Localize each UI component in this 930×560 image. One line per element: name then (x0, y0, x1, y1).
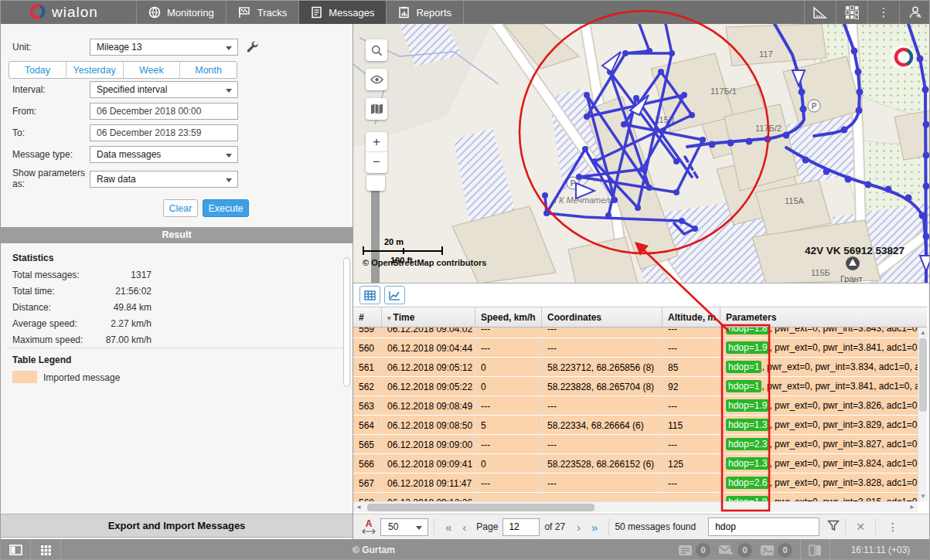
zoom-out-button[interactable]: − (366, 152, 387, 172)
tab-messages[interactable]: Messages (299, 1, 387, 24)
scale-meters-label: 20 m (363, 237, 443, 246)
scroll-up-icon[interactable]: ▲ (918, 328, 928, 338)
last-page-button[interactable]: » (586, 521, 603, 534)
chart-view-button[interactable] (384, 286, 405, 304)
bottom-apps-button[interactable] (31, 539, 60, 560)
map-visibility-button[interactable] (366, 69, 387, 90)
user-menu-button[interactable] (899, 1, 930, 24)
table-horizontal-scrollbar[interactable]: ◄ ► (353, 501, 918, 512)
table-row[interactable]: 562 06.12.2018 09:05:22 0 58.223828, 68.… (353, 377, 918, 396)
table-view-button[interactable] (359, 286, 380, 304)
more-menu-button[interactable]: ⋮ (867, 1, 899, 24)
range-week-button[interactable]: Week (124, 62, 181, 78)
tab-reports-label: Reports (416, 7, 451, 19)
page-number-input[interactable] (502, 518, 540, 536)
cell-speed: --- (475, 396, 542, 416)
show-params-select[interactable]: Raw data (90, 171, 238, 188)
funnel-icon (827, 520, 840, 531)
table-vertical-scrollbar[interactable]: ▲ ▼ (918, 328, 927, 501)
fit-columns-icon[interactable]: A (360, 520, 377, 535)
zoom-slider-track[interactable] (371, 183, 380, 283)
wialon-logo[interactable]: wialon (1, 1, 137, 24)
map-search-button[interactable] (366, 39, 387, 61)
tab-monitoring[interactable]: Monitoring (137, 1, 227, 24)
ruler-triangle-icon (812, 6, 828, 19)
hdop-value-badge: hdop=1.3 (726, 457, 769, 470)
table-pagination-bar: A 50 « ‹ Page of 27 › » 50 messages foun… (353, 514, 930, 539)
cell-coordinates: 58.223828, 68.265704 (8) (542, 377, 663, 396)
table-row[interactable]: 564 06.12.2018 09:08:50 5 58.22334, 68.2… (353, 416, 918, 435)
divider (830, 539, 830, 560)
message-type-select[interactable]: Data messages (90, 146, 238, 163)
from-input[interactable] (90, 103, 238, 120)
messages-found-label: 50 messages found (615, 521, 696, 532)
measure-tools-button[interactable] (804, 1, 836, 24)
clear-button[interactable]: Clear (163, 199, 198, 217)
table-row[interactable]: 559 06.12.2018 09:04:02 --- --- --- hdop… (353, 328, 918, 338)
scroll-left-icon[interactable]: ◄ (353, 502, 364, 513)
interval-select[interactable]: Specified interval (90, 81, 238, 98)
table-row[interactable]: 567 06.12.2018 09:11:47 --- --- --- hdop… (353, 473, 918, 493)
range-month-button[interactable]: Month (180, 62, 237, 78)
parameter-filter-input[interactable] (708, 518, 819, 536)
table-row[interactable]: 561 06.12.2018 09:05:12 0 58.223712, 68.… (353, 358, 918, 377)
vscroll-thumb[interactable] (919, 338, 927, 412)
cell-altitude: 115 (663, 416, 720, 435)
table-grid-icon (364, 290, 376, 300)
col-header-altitude[interactable]: Altitude, m (663, 307, 720, 327)
filter-button[interactable] (827, 520, 840, 534)
next-page-button[interactable]: › (571, 521, 586, 534)
toggle-panel-button[interactable] (1, 539, 30, 560)
wrench-icon[interactable] (245, 39, 259, 56)
tab-reports[interactable]: Reports (387, 1, 464, 24)
table-row[interactable]: 565 06.12.2018 09:09:00 --- --- --- hdop… (353, 435, 918, 454)
col-header-speed[interactable]: Speed, km/h (475, 307, 542, 327)
hdop-value-badge: hdop=2.3 (726, 438, 769, 450)
map-view[interactable]: 117 117Б/1 117Б/2 115/1 115A 115Б ГК Меч… (353, 24, 930, 283)
clear-filter-button[interactable]: ✕ (851, 521, 870, 533)
media-status[interactable]: 0 (760, 543, 792, 558)
hdop-value-badge: hdop=1.8 (726, 496, 769, 501)
notes-icon (678, 545, 693, 556)
scroll-down-icon[interactable]: ▼ (918, 491, 928, 501)
apps-grid-button[interactable] (836, 1, 867, 24)
zoom-in-button[interactable]: + (366, 132, 387, 152)
col-header-time[interactable]: ▾Time (382, 307, 475, 327)
messages-status[interactable]: 0 (718, 543, 752, 558)
log-button[interactable] (809, 545, 822, 556)
table-row[interactable]: 566 06.12.2018 09:09:41 0 58.223528, 68.… (353, 454, 918, 473)
messages-table-section: # ▾Time Speed, km/h Coordinates Altitude… (353, 283, 930, 514)
hscroll-thumb[interactable] (367, 504, 594, 511)
tab-tracks[interactable]: Tracks (227, 1, 300, 24)
notifications-status[interactable]: 0 (678, 543, 710, 558)
zoom-slider-handle[interactable] (366, 175, 385, 191)
col-header-parameters[interactable]: Parameters (720, 307, 927, 327)
stat-distance: Distance:49.84 km (12, 302, 152, 313)
range-yesterday-button[interactable]: Yesterday (66, 62, 124, 78)
table-row[interactable]: 563 06.12.2018 09:08:49 --- --- --- hdop… (353, 396, 918, 416)
map-attribution: © OpenStreetMap contributors (363, 258, 486, 267)
cell-parameters: hdop=1, pwr_ext=0, pwr_int=3.834, adc1=0… (720, 358, 918, 377)
cell-altitude: 125 (663, 454, 720, 473)
first-page-button[interactable]: « (440, 521, 457, 534)
table-row[interactable]: 560 06.12.2018 09:04:44 --- --- --- hdop… (353, 338, 918, 358)
execute-button[interactable]: Execute (203, 199, 249, 217)
to-input[interactable] (90, 124, 238, 141)
unit-select[interactable]: Mileage 13 (90, 39, 238, 56)
col-header-num[interactable]: # (353, 307, 382, 327)
cell-time: 06.12.2018 09:11:47 (382, 473, 475, 493)
panel-scrollbar[interactable] (343, 257, 350, 387)
cell-time: 06.12.2018 09:12:26 (382, 493, 475, 501)
page-size-select[interactable]: 50 (380, 518, 428, 536)
table-more-button[interactable]: ⋮ (881, 521, 904, 533)
export-import-messages-button[interactable]: Export and Import Messages (1, 514, 353, 538)
tab-messages-label: Messages (329, 7, 374, 19)
prev-page-button[interactable]: ‹ (457, 521, 472, 534)
scroll-right-icon[interactable]: ► (907, 502, 918, 513)
col-header-coordinates[interactable]: Coordinates (542, 307, 663, 327)
table-row[interactable]: 568 06.12.2018 09:12:26 --- --- --- hdop… (353, 493, 918, 501)
map-layers-button[interactable] (366, 98, 387, 120)
parameters-text: , pwr_ext=0, pwr_int=3.841, adc1=0, a (761, 381, 918, 392)
range-today-button[interactable]: Today (9, 62, 66, 78)
svg-text:P: P (571, 179, 576, 188)
